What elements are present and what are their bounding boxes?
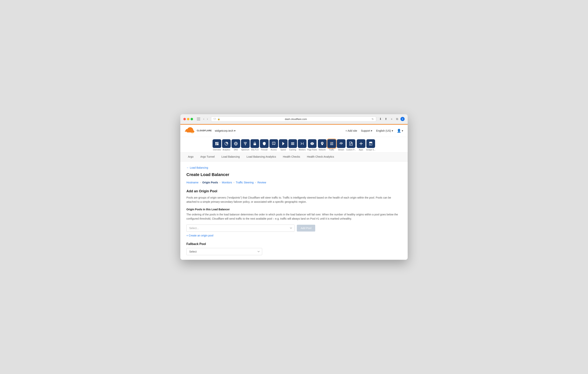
sub-nav-hc-analytics[interactable]: Health Check Analytics <box>304 152 337 161</box>
add-pool-button[interactable]: Add Pool <box>297 225 315 232</box>
nav-icon-stream[interactable] <box>337 139 346 148</box>
nav-item-scrape[interactable]: Scrape S... <box>366 139 376 151</box>
nav-label-apps: Apps <box>359 149 363 151</box>
nav-arrows: ‹ › <box>202 117 209 121</box>
svg-point-19 <box>322 142 323 144</box>
svg-rect-14 <box>291 143 294 144</box>
breadcrumb-hostname[interactable]: Hostname <box>186 181 199 184</box>
nav-icon-spectrum[interactable] <box>241 139 250 148</box>
nav-icon-overview[interactable] <box>212 139 221 148</box>
nav-icon-scrape[interactable] <box>366 139 375 148</box>
pool-select[interactable]: Select... <box>186 224 294 232</box>
refresh-icon[interactable]: ↻ <box>372 118 374 120</box>
pool-selector-row: Select... Add Pool <box>186 224 315 232</box>
sub-nav-health-checks[interactable]: Health Checks <box>280 152 303 161</box>
forward-button[interactable]: › <box>206 117 209 121</box>
breadcrumb-origin-pools[interactable]: Origin Pools <box>202 181 218 184</box>
nav-label-overview: Overview <box>213 149 221 151</box>
close-button[interactable] <box>183 118 186 120</box>
nav-item-speed[interactable]: Speed <box>279 139 288 151</box>
nav-item-workers[interactable]: Workers <box>298 139 306 151</box>
sub-nav-lb-analytics[interactable]: Load Balancing Analytics <box>244 152 279 161</box>
fallback-pool-select[interactable]: Select <box>186 248 262 255</box>
nav-item-overview[interactable]: Overview <box>212 139 221 151</box>
nav-label-speed: Speed <box>280 149 286 151</box>
nav-label-scrape: Scrape S... <box>366 149 376 151</box>
create-origin-pool-link[interactable]: + Create an origin pool <box>186 234 402 237</box>
nav-item-dns[interactable]: DNS <box>231 139 240 151</box>
svg-marker-12 <box>282 142 284 145</box>
domain-selector[interactable]: widgetcorp.tech ▾ <box>215 129 235 132</box>
support-button[interactable]: Support ▾ <box>361 129 372 132</box>
sub-nav-load-balancing[interactable]: Load Balancing <box>218 152 243 161</box>
nav-item-access[interactable]: Access <box>269 139 278 151</box>
user-icon: 👤 <box>397 129 401 133</box>
sub-nav-argo-tunnel[interactable]: Argo Tunnel <box>197 152 218 161</box>
section-desc: Pools are groups of origin servers ("end… <box>186 195 402 204</box>
nav-item-page-rules[interactable]: Page Rules <box>307 139 317 151</box>
nav-item-apps[interactable]: Apps <box>357 139 365 151</box>
address-bar[interactable]: 🛡 🔒 dash.cloudflare.com ↻ <box>211 117 376 122</box>
back-link[interactable]: ← Load Balancing <box>186 166 208 169</box>
nav-label-traffic: Traffic <box>329 149 334 151</box>
new-tab-icon[interactable]: ＋ <box>389 117 394 122</box>
nav-icon-speed[interactable] <box>279 139 288 148</box>
language-chevron-icon: ▾ <box>392 129 393 132</box>
nav-icon-analytics[interactable] <box>222 139 231 148</box>
nav-item-network[interactable]: Network <box>318 139 326 151</box>
breadcrumb-traffic-steering[interactable]: Traffic Steering <box>236 181 254 184</box>
cloudflare-text: CLOUDFLARE <box>197 129 212 132</box>
nav-item-stream[interactable]: Stream <box>337 139 346 151</box>
nav-icon-page-rules[interactable] <box>308 139 316 148</box>
nav-item-analytics[interactable]: Analytics <box>222 139 231 151</box>
nav-icon-ssl[interactable] <box>251 139 259 148</box>
share-icon[interactable]: ⬆ <box>384 117 388 121</box>
svg-rect-22 <box>330 144 333 145</box>
nav-icon-apps[interactable] <box>357 139 365 148</box>
svg-rect-9 <box>254 143 256 145</box>
browser-actions: ⬇ ⬆ ＋ ⧉ ℹ <box>378 117 405 122</box>
nav-icon-workers[interactable] <box>298 139 306 148</box>
nav-label-analytics: Analytics <box>223 149 230 151</box>
copy-icon[interactable]: ⧉ <box>395 117 399 121</box>
svg-rect-3 <box>215 144 217 145</box>
nav-icon-custom-p[interactable] <box>347 139 355 148</box>
minimize-button[interactable] <box>187 118 189 120</box>
nav-icon-dns[interactable] <box>231 139 240 148</box>
user-menu-button[interactable]: 👤 ▾ <box>397 129 403 133</box>
nav-icon-firewall[interactable] <box>260 139 269 148</box>
download-icon[interactable]: ⬇ <box>378 117 382 121</box>
nav-icon-traffic[interactable] <box>327 139 336 148</box>
nav-icon-caching[interactable] <box>288 139 297 148</box>
maximize-button[interactable] <box>190 118 193 120</box>
nav-label-dns: DNS <box>234 149 238 151</box>
nav-item-ssl[interactable]: SSL/TLS <box>251 139 259 151</box>
cloudflare-logo-icon <box>185 127 195 135</box>
add-site-button[interactable]: + Add site <box>345 129 357 132</box>
svg-point-23 <box>331 142 331 143</box>
nav-label-page-rules: Page Rules <box>307 149 317 151</box>
sub-nav: Argo Argo Tunnel Load Balancing Load Bal… <box>180 152 408 161</box>
extensions-icon[interactable]: ℹ <box>400 117 405 121</box>
nav-item-spectrum[interactable]: Spectrum <box>241 139 250 151</box>
svg-rect-2 <box>217 142 218 143</box>
breadcrumb-monitors[interactable]: Monitors <box>222 181 232 184</box>
language-button[interactable]: English (US) ▾ <box>376 129 393 132</box>
lock-icon: 🔒 <box>218 118 220 120</box>
section-title: Add an Origin Pool <box>186 189 402 193</box>
sidebar-toggle[interactable] <box>197 118 200 120</box>
nav-icon-access[interactable] <box>269 139 278 148</box>
nav-item-caching[interactable]: Caching <box>288 139 297 151</box>
nav-item-firewall[interactable]: Firewall <box>260 139 269 151</box>
nav-label-access: Access <box>271 149 277 151</box>
nav-item-custom-p[interactable]: Custom P... <box>346 139 356 151</box>
origin-pools-desc: The ordering of the pools in the load ba… <box>186 212 402 221</box>
nav-item-traffic[interactable]: Traffic <box>327 139 336 151</box>
breadcrumb-sep-1: › <box>200 181 201 184</box>
nav-icons-row: Overview Analytics DNS Spectrum <box>212 139 376 151</box>
svg-rect-4 <box>217 143 218 145</box>
back-button[interactable]: ‹ <box>202 117 205 121</box>
breadcrumb-review[interactable]: Review <box>257 181 266 184</box>
sub-nav-argo[interactable]: Argo <box>185 152 197 161</box>
nav-icon-network[interactable] <box>318 139 326 148</box>
